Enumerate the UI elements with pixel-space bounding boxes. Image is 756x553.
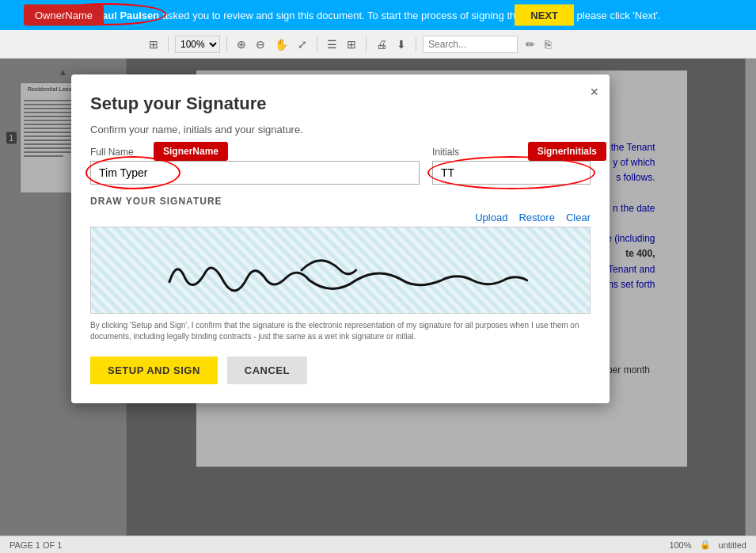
- name-input-wrapper: SignerName: [90, 161, 420, 185]
- toolbar-search-group: [423, 36, 518, 53]
- view-list-button[interactable]: ☰: [324, 36, 340, 52]
- main-area: ▲ 1 Residential Lease Agrem...: [0, 59, 756, 553]
- zoom-out-button[interactable]: ⊖: [253, 36, 268, 52]
- annotate-button[interactable]: ✏: [522, 36, 538, 52]
- initials-input-wrapper: SignerInitials: [432, 161, 591, 185]
- page-info: PAGE 1 OF 1: [9, 540, 62, 550]
- banner-text: Paul Paulsen asked you to review and sig…: [95, 10, 660, 21]
- full-name-group: Full Name SignerName: [90, 147, 420, 185]
- legal-text: By clicking 'Setup and Sign', I confirm …: [90, 320, 591, 342]
- top-banner: Paul Paulsen asked you to review and sig…: [0, 0, 756, 30]
- form-row: Full Name SignerName Initials SignerInit…: [90, 147, 591, 185]
- initials-input[interactable]: [432, 161, 591, 185]
- status-right: 100% 🔒 untitled: [669, 540, 747, 550]
- modal-overlay: × Setup your Signature Confirm your name…: [0, 59, 756, 553]
- full-name-input[interactable]: [90, 161, 420, 185]
- setup-and-sign-button[interactable]: SETUP AND SIGN: [90, 357, 218, 384]
- search-input[interactable]: [423, 36, 518, 53]
- toolbar-zoom-group: 100%: [175, 36, 227, 53]
- sidebar-toggle-button[interactable]: ⊞: [146, 36, 161, 52]
- modal-close-button[interactable]: ×: [590, 84, 598, 101]
- upload-signature-button[interactable]: Upload: [475, 212, 507, 223]
- signature-canvas[interactable]: [90, 227, 591, 314]
- toolbar-view-group: ☰ ⊞: [324, 36, 367, 52]
- full-name-label: Full Name: [90, 147, 420, 158]
- lock-icon: 🔒: [700, 540, 711, 550]
- print-button[interactable]: 🖨: [373, 36, 390, 52]
- clear-signature-button[interactable]: Clear: [566, 212, 591, 223]
- next-button[interactable]: NEXT: [515, 5, 574, 26]
- toolbar-annotation-group: ✏ ⎘: [522, 36, 560, 52]
- signature-setup-modal: × Setup your Signature Confirm your name…: [71, 74, 610, 403]
- zoom-select[interactable]: 100%: [175, 36, 220, 53]
- modal-title: Setup your Signature: [90, 93, 591, 114]
- zoom-in-button[interactable]: ⊕: [234, 36, 249, 52]
- filename: untitled: [719, 540, 747, 550]
- toolbar-layout-group: ⊞: [146, 36, 169, 52]
- fit-page-button[interactable]: ⤢: [294, 36, 310, 52]
- toolbar-nav-group: ⊕ ⊖ ✋ ⤢: [234, 36, 317, 52]
- status-bar: PAGE 1 OF 1 100% 🔒 untitled: [0, 536, 756, 553]
- zoom-level: 100%: [669, 540, 691, 550]
- view-grid-button[interactable]: ⊞: [344, 36, 359, 52]
- signature-drawing: [91, 227, 590, 313]
- share-button[interactable]: ⎘: [541, 36, 554, 52]
- pan-button[interactable]: ✋: [272, 36, 291, 52]
- download-button[interactable]: ⬇: [393, 36, 409, 52]
- toolbar-print-group: 🖨 ⬇: [373, 36, 416, 52]
- modal-subtitle: Confirm your name, initials and your sig…: [90, 124, 591, 135]
- signature-actions: Upload Restore Clear: [90, 212, 591, 223]
- initials-group: Initials SignerInitials: [432, 147, 591, 185]
- draw-signature-label: DRAW YOUR SIGNATURE: [90, 196, 591, 207]
- signer-initials-badge: SignerInitials: [528, 142, 606, 161]
- owner-name-button[interactable]: OwnerName: [24, 5, 104, 26]
- modal-actions: SETUP AND SIGN CANCEL: [90, 357, 591, 384]
- banner-message: asked you to review and sign this docume…: [159, 10, 660, 21]
- cancel-button[interactable]: CANCEL: [227, 357, 307, 384]
- signer-name-badge: SignerName: [154, 142, 228, 161]
- restore-signature-button[interactable]: Restore: [519, 212, 555, 223]
- signer-name-text: Paul Paulsen: [95, 10, 159, 21]
- toolbar: ⊞ 100% ⊕ ⊖ ✋ ⤢ ☰ ⊞ 🖨 ⬇ ✏ ⎘: [0, 30, 756, 59]
